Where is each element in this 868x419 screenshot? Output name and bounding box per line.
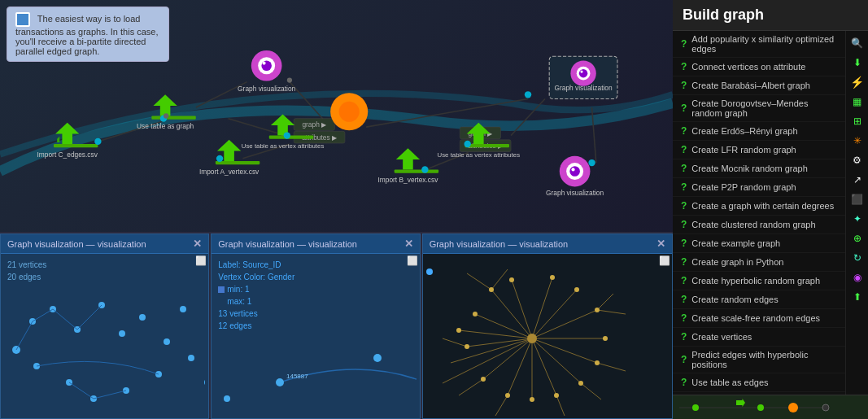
svg-line-91 xyxy=(467,338,532,347)
svg-line-75 xyxy=(69,382,94,399)
svg-line-93 xyxy=(508,338,532,395)
menu-item-8[interactable]: ?Create a graph with certain degrees xyxy=(673,197,845,216)
panel1-expand[interactable]: ⬜ xyxy=(195,255,207,266)
menu-item-icon-3: ? xyxy=(681,103,687,114)
svg-rect-19 xyxy=(269,136,313,139)
menu-item-1[interactable]: ?Connect vertices on attribute xyxy=(673,58,845,76)
menu-item-7[interactable]: ?Create P2P random graph xyxy=(673,178,845,197)
menu-item-12[interactable]: ?Create hyperbolic random graph xyxy=(673,272,845,290)
viz-panel-2-close[interactable]: ✕ xyxy=(404,238,413,250)
menu-item-4[interactable]: ?Create Erdős–Rényi graph xyxy=(673,122,845,141)
viz-panel-1: Graph visualization — visualization ✕ ⬜ … xyxy=(0,234,209,419)
asterisk-icon-btn[interactable]: ✳ xyxy=(848,132,866,150)
svg-point-51 xyxy=(525,91,531,98)
menu-item-label-8: Create a graph with certain degrees xyxy=(691,201,834,211)
menu-item-icon-7: ? xyxy=(681,181,687,193)
svg-point-61 xyxy=(139,314,146,321)
svg-point-45 xyxy=(94,138,101,145)
menu-item-2[interactable]: ?Create Barabási–Albert graph xyxy=(673,76,845,95)
info-text: The easiest way is to load transactions … xyxy=(15,14,158,56)
search-icon-btn[interactable]: 🔍 xyxy=(848,34,866,52)
svg-text:Graph visualization: Graph visualization xyxy=(555,84,613,92)
eye-icon-btn[interactable]: ◉ xyxy=(848,268,866,286)
menu-item-label-2: Create Barabási–Albert graph xyxy=(691,81,810,90)
svg-point-129 xyxy=(509,277,514,282)
svg-point-69 xyxy=(188,355,194,361)
menu-item-label-13: Create random edges xyxy=(691,295,778,304)
panel3-expand[interactable]: ⬜ xyxy=(659,255,670,266)
svg-point-60 xyxy=(119,330,125,337)
menu-item-10[interactable]: ?Create example graph xyxy=(673,234,845,253)
menu-item-icon-8: ? xyxy=(681,200,687,212)
settings-icon-btn[interactable]: ⚙ xyxy=(848,151,866,169)
svg-rect-16 xyxy=(216,161,260,164)
share-icon-btn[interactable]: ↗ xyxy=(848,171,866,189)
menu-item-label-1: Connect vertices on attribute xyxy=(691,62,805,72)
svg-point-116 xyxy=(489,287,494,292)
svg-text:Use table as vertex attributes: Use table as vertex attributes xyxy=(438,151,521,159)
menu-item-icon-5: ? xyxy=(681,144,687,155)
svg-point-33 xyxy=(339,102,360,122)
filter-icon-btn[interactable]: ⚡ xyxy=(848,73,866,91)
svg-point-122 xyxy=(554,393,559,398)
svg-point-42 xyxy=(569,166,580,177)
viz-panel-3-close[interactable]: ✕ xyxy=(656,238,665,250)
menu-item-icon-6: ? xyxy=(681,163,687,174)
menu-item-14[interactable]: ?Create scale-free random edges xyxy=(673,309,845,328)
svg-point-38 xyxy=(580,70,582,72)
svg-text:Graph visualization: Graph visualization xyxy=(546,189,604,197)
puzzle-icon-btn[interactable]: ⬛ xyxy=(848,190,866,208)
download-icon-btn[interactable]: ⬇ xyxy=(848,54,866,72)
menu-item-label-3: Create Dorogovtsev–Mendes random graph xyxy=(691,98,837,118)
svg-point-134 xyxy=(757,404,764,411)
svg-point-130 xyxy=(456,328,461,333)
svg-rect-22 xyxy=(395,169,438,172)
network-icon-btn[interactable]: ✦ xyxy=(848,210,866,228)
menu-item-0[interactable]: ?Add popularity x similarity optimized e… xyxy=(673,31,845,58)
panel2-expand[interactable]: ⬜ xyxy=(407,255,418,266)
svg-rect-13 xyxy=(151,116,195,120)
menu-item-5[interactable]: ?Create LFR random graph xyxy=(673,141,845,159)
grid-icon-btn[interactable]: ▦ xyxy=(848,93,866,111)
viz-panel-2-info: Label: Source_ID Vertex Color: Gender mi… xyxy=(215,257,416,334)
svg-point-121 xyxy=(530,397,534,402)
icon-toolbar: 🔍 ⬇ ⚡ ▦ ⊞ ✳ ⚙ ↗ ⬛ ✦ ⊕ ↻ ◉ ⬆ xyxy=(845,31,868,395)
viz-panel-1-close[interactable]: ✕ xyxy=(193,238,202,250)
svg-line-99 xyxy=(532,310,597,338)
menu-item-9[interactable]: ?Create clustered random graph xyxy=(673,216,845,234)
refresh-icon-btn[interactable]: ↻ xyxy=(848,249,866,267)
viz-panel-3-header: Graph visualization — visualization ✕ xyxy=(423,234,672,254)
svg-line-74 xyxy=(77,305,102,330)
upload-icon-btn[interactable]: ⬆ xyxy=(848,288,866,306)
svg-point-77 xyxy=(276,378,284,386)
menu-item-15[interactable]: ?Create vertices xyxy=(673,328,845,347)
svg-point-123 xyxy=(578,381,583,386)
menu-item-11[interactable]: ?Create graph in Python xyxy=(673,253,845,272)
menu-item-16[interactable]: ?Predict edges with hyperbolic positions xyxy=(673,347,845,373)
menu-item-6[interactable]: ?Create Mocnik random graph xyxy=(673,159,845,178)
svg-text:Import A_vertex.csv: Import A_vertex.csv xyxy=(199,168,260,176)
brain-icon-btn[interactable]: ⊕ xyxy=(848,229,866,247)
svg-point-54 xyxy=(287,77,292,82)
menu-item-icon-4: ? xyxy=(681,125,687,137)
svg-text:graph ▶: graph ▶ xyxy=(302,120,327,129)
svg-point-127 xyxy=(574,287,579,292)
svg-point-132 xyxy=(692,404,699,411)
menu-item-3[interactable]: ?Create Dorogovtsev–Mendes random graph xyxy=(673,95,845,122)
menu-item-label-7: Create P2P random graph xyxy=(691,182,796,192)
menu-item-label-4: Create Erdős–Rényi graph xyxy=(691,126,797,136)
menu-item-icon-1: ? xyxy=(681,61,687,72)
svg-point-124 xyxy=(595,360,600,365)
svg-point-125 xyxy=(603,336,608,341)
canvas-area: The easiest way is to load transactions … xyxy=(0,0,673,419)
menu-item-13[interactable]: ?Create random edges xyxy=(673,290,845,309)
bottom-panels: Graph visualization — visualization ✕ ⬜ … xyxy=(0,234,673,419)
menu-list: ?Add popularity x similarity optimized e… xyxy=(673,31,845,395)
panel2-edges: 12 edges xyxy=(218,320,412,332)
svg-point-119 xyxy=(481,377,486,382)
main-container: The easiest way is to load transactions … xyxy=(0,0,868,419)
grid2-icon-btn[interactable]: ⊞ xyxy=(848,112,866,130)
menu-item-label-14: Create scale-free random edges xyxy=(691,313,820,323)
menu-item-17[interactable]: ?Use table as edges xyxy=(673,373,845,392)
svg-point-48 xyxy=(284,132,290,138)
